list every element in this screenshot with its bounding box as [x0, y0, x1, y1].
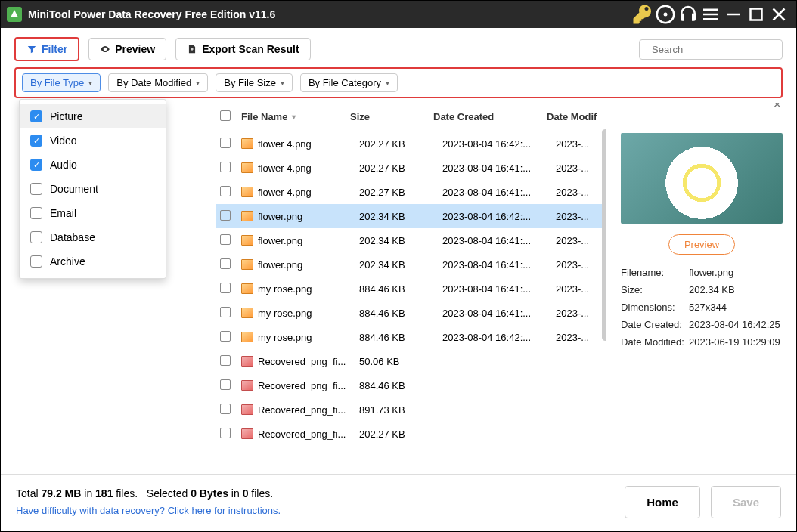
- file-date-modified: 2023-...: [556, 283, 601, 295]
- close-icon[interactable]: [768, 3, 790, 26]
- file-date-modified: 2023-...: [556, 332, 601, 343]
- home-button[interactable]: Home: [625, 486, 700, 518]
- headphones-icon[interactable]: [677, 3, 699, 26]
- filter-bar-wrap: By File Type▾ By Date Modified▾ By File …: [1, 66, 796, 103]
- help-link[interactable]: Have difficulty with data recovery? Clic…: [16, 505, 281, 516]
- checkbox[interactable]: [30, 231, 42, 243]
- table-row[interactable]: my rose.png 884.46 KB 2023-08-04 16:42:.…: [216, 325, 606, 349]
- vertical-scrollbar[interactable]: [602, 129, 606, 341]
- row-checkbox[interactable]: [220, 331, 231, 342]
- close-preview-icon[interactable]: ×: [773, 103, 781, 113]
- chip-label: By Date Modified: [116, 77, 191, 88]
- filter-by-category[interactable]: By File Category▾: [300, 73, 398, 92]
- caret-icon: ▾: [88, 79, 92, 87]
- meta-value: flower.png: [689, 267, 783, 278]
- meta-label: Dimensions:: [621, 302, 689, 313]
- file-date-created: 2023-08-04 16:41:...: [442, 162, 556, 174]
- search-box[interactable]: [639, 39, 783, 60]
- checkbox[interactable]: [30, 110, 42, 122]
- svg-point-2: [664, 13, 668, 17]
- dropdown-label: Archive: [50, 255, 85, 268]
- row-checkbox[interactable]: [220, 404, 231, 414]
- file-date-created: 2023-08-04 16:41:...: [442, 235, 556, 246]
- dropdown-item[interactable]: Video: [20, 128, 166, 153]
- row-checkbox[interactable]: [220, 283, 231, 293]
- checkbox[interactable]: [30, 255, 42, 268]
- dropdown-item[interactable]: Picture: [20, 104, 166, 128]
- file-name: my rose.png: [258, 332, 312, 343]
- dropdown-item[interactable]: Audio: [20, 153, 166, 177]
- checkbox[interactable]: [30, 207, 42, 219]
- preview-panel: × Preview Filename:flower.png Size:202.3…: [616, 103, 783, 468]
- table-row[interactable]: Recovered_png_fi... 50.06 KB: [216, 349, 606, 373]
- t: 0 Bytes: [191, 487, 228, 500]
- file-date-created: 2023-08-04 16:42:...: [442, 332, 556, 343]
- row-checkbox[interactable]: [220, 138, 231, 148]
- filter-by-type[interactable]: By File Type▾: [22, 73, 101, 92]
- row-checkbox[interactable]: [220, 428, 231, 438]
- dropdown-item[interactable]: Email: [20, 201, 166, 225]
- file-size: 202.34 KB: [359, 259, 442, 271]
- checkbox[interactable]: [30, 159, 42, 171]
- col-size[interactable]: Size: [350, 111, 433, 122]
- open-preview-button[interactable]: Preview: [668, 234, 735, 255]
- table-row[interactable]: flower.png 202.34 KB 2023-08-04 16:42:..…: [216, 204, 606, 228]
- file-list-panel: File Name ▾ Size Date Created Date Modif…: [216, 103, 606, 468]
- table-row[interactable]: flower 4.png 202.27 KB 2023-08-04 16:41:…: [216, 156, 606, 180]
- file-name: flower.png: [258, 211, 302, 222]
- maximize-icon[interactable]: [745, 3, 768, 26]
- key-icon[interactable]: [631, 3, 654, 26]
- filter-bar: By File Type▾ By Date Modified▾ By File …: [14, 67, 783, 98]
- disc-icon[interactable]: [654, 3, 677, 26]
- table-row[interactable]: my rose.png 884.46 KB 2023-08-04 16:41:.…: [216, 301, 606, 325]
- table-row[interactable]: flower.png 202.34 KB 2023-08-04 16:41:..…: [216, 252, 606, 277]
- file-icon: [241, 187, 253, 197]
- caret-icon: ▾: [281, 79, 284, 87]
- filter-by-size[interactable]: By File Size▾: [216, 73, 293, 92]
- dropdown-item[interactable]: Database: [20, 225, 166, 249]
- row-checkbox[interactable]: [220, 355, 231, 366]
- table-row[interactable]: flower.png 202.34 KB 2023-08-04 16:41:..…: [216, 228, 606, 252]
- table-row[interactable]: Recovered_png_fi... 202.27 KB: [216, 422, 606, 446]
- checkbox[interactable]: [30, 183, 42, 195]
- file-date-modified: 2023-...: [556, 211, 601, 222]
- row-checkbox[interactable]: [220, 162, 231, 172]
- row-checkbox[interactable]: [220, 210, 231, 221]
- col-date-created[interactable]: Date Created: [433, 111, 547, 122]
- dropdown-item[interactable]: Document: [20, 177, 166, 201]
- table-row[interactable]: Recovered_png_fi... 891.73 KB: [216, 397, 606, 422]
- svg-rect-7: [751, 9, 762, 20]
- table-row[interactable]: my rose.png 884.46 KB 2023-08-04 16:41:.…: [216, 277, 606, 301]
- table-row[interactable]: flower 4.png 202.27 KB 2023-08-04 16:42:…: [216, 131, 606, 156]
- table-rows: flower 4.png 202.27 KB 2023-08-04 16:42:…: [216, 131, 606, 446]
- select-all-checkbox[interactable]: [220, 110, 231, 121]
- menu-icon[interactable]: [699, 3, 722, 26]
- chip-label: By File Category: [309, 77, 381, 88]
- minimize-icon[interactable]: [722, 3, 745, 26]
- file-icon: [241, 332, 253, 342]
- filter-by-date[interactable]: By Date Modified▾: [108, 73, 208, 92]
- dropdown-item[interactable]: Archive: [20, 249, 166, 274]
- preview-button[interactable]: Preview: [88, 38, 166, 60]
- table-row[interactable]: Recovered_png_fi... 884.46 KB: [216, 373, 606, 397]
- export-button[interactable]: Export Scan Result: [175, 38, 310, 60]
- caret-icon: ▾: [196, 79, 200, 87]
- row-checkbox[interactable]: [220, 307, 231, 317]
- col-filename[interactable]: File Name ▾: [241, 111, 350, 122]
- row-checkbox[interactable]: [220, 258, 231, 269]
- file-date-modified: 2023-...: [556, 187, 601, 198]
- file-name: Recovered_png_fi...: [258, 404, 346, 416]
- dropdown-label: Database: [50, 231, 95, 243]
- search-input[interactable]: [652, 44, 779, 55]
- file-date-modified: 2023-...: [556, 162, 601, 174]
- caret-icon: ▾: [386, 79, 389, 87]
- file-icon: [241, 404, 253, 415]
- save-button[interactable]: Save: [711, 486, 781, 518]
- row-checkbox[interactable]: [220, 379, 231, 390]
- col-date-modified[interactable]: Date Modif: [547, 111, 601, 122]
- row-checkbox[interactable]: [220, 186, 231, 196]
- checkbox[interactable]: [30, 135, 42, 147]
- row-checkbox[interactable]: [220, 234, 231, 245]
- table-row[interactable]: flower 4.png 202.27 KB 2023-08-04 16:41:…: [216, 180, 606, 204]
- filter-button[interactable]: Filter: [14, 37, 79, 61]
